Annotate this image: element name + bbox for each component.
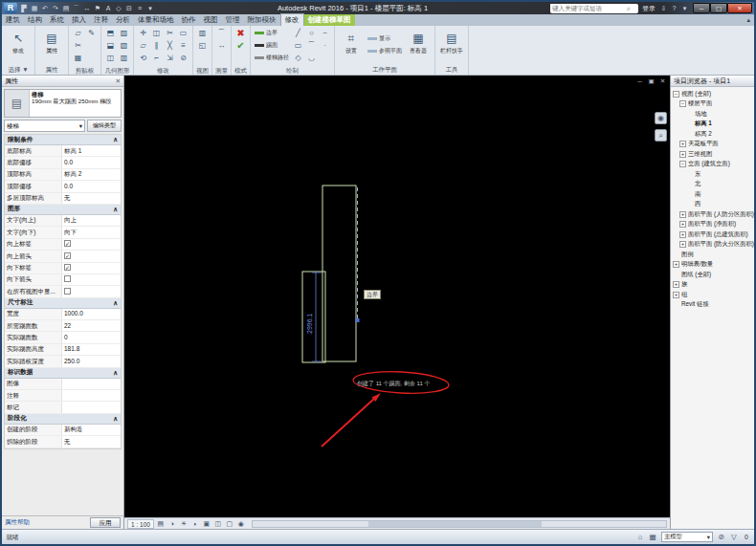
property-value[interactable]: 250.0 [62,356,121,366]
tree-item[interactable]: +面积平面 (防火分区面积) [671,240,754,251]
property-section-header[interactable]: 图形∧ [5,205,121,215]
help-icon[interactable]: ? [670,3,678,13]
copy-button[interactable]: ▱ [137,39,149,52]
expand-icon[interactable]: + [679,151,686,158]
expand-icon[interactable]: + [679,221,686,228]
collapse-icon[interactable]: − [673,91,679,98]
tree-item[interactable]: Revit 链接 [671,300,754,311]
scale-button[interactable]: 1 : 100 [127,519,154,529]
aligned-dimension-icon[interactable]: ↔ [82,3,92,13]
tree-item[interactable]: +面积平面 (净面积) [671,220,754,230]
draw-arc-button[interactable]: ⌒ [305,39,318,52]
tree-item[interactable]: +面积平面 (人防分区面积) [671,209,754,220]
finish-edit-mode-button[interactable]: ✔ [234,39,247,52]
trim-extend-button[interactable]: ✂ [164,27,176,39]
ribbon-tab[interactable]: 建筑 [2,14,24,26]
application-menu-button[interactable]: R [4,3,17,13]
exclude-options-icon[interactable]: ⊘ [717,533,726,541]
properties-help-link[interactable]: 属性帮助 [5,518,30,527]
properties-close-icon[interactable]: ✕ [116,77,121,85]
rotate-button[interactable]: ⟲ [137,52,149,64]
show-work-plane-button[interactable]: 显示 [367,33,403,45]
temp-dimension-value[interactable]: 2996.1 [306,313,313,334]
ribbon-tab[interactable]: 创建楼梯草图 [304,14,355,26]
reveal-hidden-elements-icon[interactable]: ◉ [236,520,246,528]
match-type-properties-button[interactable]: ✎ [85,27,98,39]
exchange-apps-icon[interactable]: ⇩ [659,3,668,13]
stair-path-line-button[interactable]: 楼梯路径 [254,53,290,64]
join-geometry-button[interactable]: ⬓ [104,39,117,52]
ribbon-tab[interactable]: 附加模块 [244,14,280,26]
copy-to-clipboard-button[interactable]: ▦ [72,52,84,64]
property-value[interactable] [62,390,121,401]
crop-view-icon[interactable]: ▣ [202,520,211,528]
tree-item[interactable]: +明细表/数量 [671,260,754,271]
ribbon-tab[interactable]: 协作 [178,14,200,26]
drawing-canvas[interactable]: ─▣✕ ◉⌕ 2996.1 创建了 11 个踢面, 剩余 11 个 边界 1 :… [124,76,670,529]
zoom-icon[interactable]: ⌕ [655,129,667,142]
property-value[interactable]: 标高 2 [62,169,121,180]
property-value[interactable]: 22 [62,320,121,331]
steering-wheel-icon[interactable]: ◉ [655,112,667,124]
draw-circle-button[interactable]: ○ [305,27,318,39]
modify-tool-button[interactable]: ↖修改 [5,30,32,61]
stair-sketch[interactable]: 2996.1 创建了 11 个踢面, 剩余 11 个 [124,76,670,517]
expand-icon[interactable]: + [673,281,679,288]
visual-style-icon[interactable]: ◑ [167,520,177,528]
worksets-icon[interactable]: ⌂ [635,533,645,541]
property-value[interactable]: 无 [62,193,121,204]
view-restore-button[interactable]: ▣ [647,76,656,86]
show-crop-region-icon[interactable]: ◫ [213,520,223,528]
property-value[interactable]: ✓ [62,263,121,273]
align-button[interactable]: ⌐ [150,52,163,64]
stair-boundary-rect[interactable] [322,186,356,361]
tree-item[interactable]: +组 [671,290,754,300]
split-element-button[interactable]: ≡ [177,39,189,52]
horizontal-scrollbar[interactable] [252,520,667,528]
property-value[interactable]: 0.0 [62,181,121,191]
collapse-icon[interactable]: − [679,100,686,107]
property-value[interactable]: 1000.0 [62,309,121,319]
tree-item[interactable]: +天花板平面 [671,140,754,150]
property-value[interactable]: 向下 [62,227,121,237]
ribbon-tab[interactable]: 分析 [112,14,134,26]
property-value[interactable] [62,402,121,412]
design-options-icon[interactable]: ▦ [648,533,657,541]
pick-lines-button[interactable]: · [319,39,331,52]
view-close-button[interactable]: ✕ [658,76,667,86]
property-value[interactable]: 181.8 [62,344,121,355]
design-option-select[interactable]: 主模型 ▾ [661,532,713,542]
text-icon[interactable]: A [103,3,113,13]
ribbon-tab[interactable]: 注释 [90,14,112,26]
expand-icon[interactable]: + [679,141,686,147]
tree-item[interactable]: 标高 2 [671,129,754,140]
edit-type-button[interactable]: 编辑类型 [87,120,122,132]
expand-icon[interactable]: + [679,241,686,248]
tree-item[interactable]: −视图 (全部) [671,89,754,99]
filter-icon[interactable]: ▽ [729,533,739,541]
open-icon[interactable]: ▛ [19,3,29,13]
minimize-button[interactable]: ─ [693,3,710,13]
property-value[interactable]: 0.0 [62,157,121,167]
draw-line-button[interactable]: ╱ [292,27,304,39]
set-work-plane-button[interactable]: ⌗设置 [338,30,365,61]
property-value[interactable] [62,274,121,285]
run-endpoint-grip[interactable] [356,318,360,322]
collapse-icon[interactable]: − [679,161,686,167]
tree-item[interactable]: +面积平面 (总建筑面积) [671,229,754,240]
reference-plane-button[interactable]: 参照平面 [367,46,403,57]
close-button[interactable]: ✕ [727,3,752,13]
boundary-line-button[interactable]: 边界 [254,28,290,39]
property-value[interactable]: 0 [62,332,121,342]
property-value[interactable]: 无 [62,436,121,447]
property-value[interactable]: ✓ [62,239,121,250]
tree-item[interactable]: 图纸 (全部) [671,270,754,280]
tree-item[interactable]: +三维视图 [671,149,754,160]
ribbon-minimize-icon[interactable]: ▴ [743,14,754,26]
ribbon-tab[interactable]: 管理 [222,14,244,26]
ribbon-tab[interactable]: 视图 [200,14,222,26]
property-section-header[interactable]: 限制条件∧ [5,135,121,145]
search-input[interactable] [550,4,627,12]
help-menu-icon[interactable]: ▾ [680,3,689,13]
railing-button[interactable]: ▤栏杆扶手 [438,30,465,61]
